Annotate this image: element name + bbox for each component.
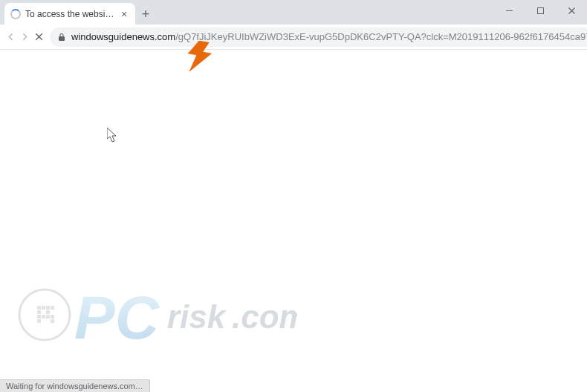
stop-reload-button[interactable] xyxy=(33,26,45,48)
svg-rect-18 xyxy=(42,315,45,318)
svg-rect-20 xyxy=(51,315,54,318)
svg-rect-21 xyxy=(37,319,41,323)
svg-rect-17 xyxy=(37,315,41,318)
svg-rect-13 xyxy=(46,306,50,310)
status-bar: Waiting for windowsguidenews.com… xyxy=(0,379,150,392)
maximize-button[interactable] xyxy=(525,0,556,21)
url-text: windowsguidenews.com/gQ7fJiJKeyRUIbWZiWD… xyxy=(71,31,587,42)
svg-rect-22 xyxy=(51,319,54,323)
watermark-risk-text: risk xyxy=(167,298,227,335)
svg-rect-11 xyxy=(37,306,41,310)
svg-rect-12 xyxy=(42,306,45,310)
minimize-button[interactable] xyxy=(493,0,525,21)
tab-title: To access the website content, cli xyxy=(25,9,114,19)
svg-rect-16 xyxy=(46,310,50,314)
url-domain: windowsguidenews.com xyxy=(71,31,175,42)
svg-rect-15 xyxy=(37,310,41,314)
forward-button[interactable] xyxy=(19,26,31,48)
close-tab-button[interactable]: × xyxy=(119,9,129,19)
url-path: /gQ7fJiJKeyRUIbWZiWD3ExE-vupG5DpDK6C2vPT… xyxy=(175,31,587,42)
toolbar: windowsguidenews.com/gQ7fJiJKeyRUIbWZiWD… xyxy=(0,24,587,50)
pcrisk-watermark: PC risk .com xyxy=(15,270,297,362)
lock-icon xyxy=(57,33,66,42)
loading-spinner-icon xyxy=(10,9,21,19)
browser-tab[interactable]: To access the website content, cli × xyxy=(4,3,135,24)
page-viewport: PC risk .com xyxy=(0,50,587,377)
svg-rect-1 xyxy=(537,7,543,13)
window-controls xyxy=(493,0,587,21)
svg-rect-19 xyxy=(46,315,50,318)
new-tab-button[interactable]: + xyxy=(135,4,156,24)
close-window-button[interactable] xyxy=(556,0,587,21)
tab-strip: To access the website content, cli × + xyxy=(0,0,587,24)
back-button[interactable] xyxy=(4,26,17,48)
address-bar[interactable]: windowsguidenews.com/gQ7fJiJKeyRUIbWZiWD… xyxy=(50,27,587,47)
watermark-pc-text: PC xyxy=(74,284,160,351)
watermark-com-text: .com xyxy=(232,298,297,335)
svg-rect-14 xyxy=(51,306,54,310)
